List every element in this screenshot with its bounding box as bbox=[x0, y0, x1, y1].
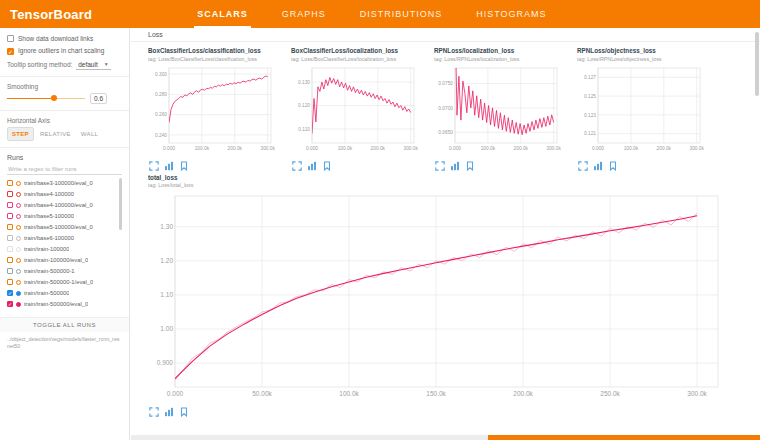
svg-text:0.123: 0.123 bbox=[584, 112, 596, 117]
run-checkbox-icon[interactable] bbox=[7, 180, 13, 186]
tab-histograms[interactable]: HISTOGRAMS bbox=[459, 0, 563, 28]
run-checkbox-icon[interactable] bbox=[7, 268, 13, 274]
ignore-outliers-checkbox[interactable]: Ignore outliers in chart scaling bbox=[7, 47, 122, 54]
axis-step-button[interactable]: STEP bbox=[7, 127, 34, 141]
line-chart[interactable]: 0.9001.001.101.201.300.00050.00k100.0k15… bbox=[148, 190, 760, 400]
run-checkbox-icon[interactable] bbox=[7, 235, 13, 241]
svg-text:0.127: 0.127 bbox=[584, 75, 596, 80]
line-chart[interactable]: 0.06500.07000.07500.000100.0k200.0k300.0… bbox=[434, 64, 571, 154]
run-row[interactable]: train/base3-100000/eval_0 bbox=[7, 178, 122, 189]
run-label: train/train-100000/eval_0 bbox=[24, 257, 88, 263]
horizontal-scrollbar[interactable] bbox=[131, 435, 760, 440]
run-label: train/base3-100000/eval_0 bbox=[24, 180, 93, 186]
svg-text:0.0650: 0.0650 bbox=[438, 130, 453, 135]
run-color-circle-icon bbox=[16, 181, 21, 186]
run-color-circle-icon bbox=[16, 192, 21, 197]
svg-text:0.300: 0.300 bbox=[155, 71, 167, 76]
tab-distributions[interactable]: DISTRIBUTIONS bbox=[343, 0, 460, 28]
chart-card-rpn-localization-loss: RPNLoss/localization_loss tag: Loss/RPNL… bbox=[434, 47, 571, 167]
chart-actions bbox=[577, 157, 714, 167]
chart-tag: tag: Loss/BoxClassifierLoss/classificati… bbox=[148, 56, 285, 62]
svg-text:0.130: 0.130 bbox=[298, 79, 310, 84]
chart-options-icon[interactable] bbox=[164, 157, 174, 167]
run-checkbox-icon[interactable] bbox=[7, 246, 13, 252]
smoothing-slider[interactable] bbox=[7, 94, 85, 102]
category-header-loss[interactable]: Loss bbox=[131, 28, 760, 42]
run-row[interactable]: train/train-500000-1 bbox=[7, 266, 122, 277]
expand-icon[interactable] bbox=[435, 157, 445, 167]
tooltip-sorting-select[interactable]: default ▼ bbox=[76, 60, 110, 70]
runs-filter-input[interactable] bbox=[7, 164, 122, 175]
pin-icon[interactable] bbox=[179, 157, 189, 167]
run-row[interactable]: train/base4-100000/eval_0 bbox=[7, 200, 122, 211]
smoothing-value-input[interactable]: 0.6 bbox=[90, 93, 107, 104]
runs-section-title: Runs bbox=[7, 154, 122, 161]
run-checkbox-icon[interactable] bbox=[7, 301, 13, 307]
chart-options-icon[interactable] bbox=[164, 403, 174, 413]
svg-text:0.0750: 0.0750 bbox=[438, 81, 453, 86]
pin-icon[interactable] bbox=[608, 157, 618, 167]
svg-text:0.125: 0.125 bbox=[584, 93, 596, 98]
svg-text:300.0k: 300.0k bbox=[547, 146, 562, 151]
svg-text:1.00: 1.00 bbox=[160, 325, 173, 332]
main-tabs: SCALARS GRAPHS DISTRIBUTIONS HISTOGRAMS bbox=[180, 0, 563, 28]
run-checkbox-icon[interactable] bbox=[7, 279, 13, 285]
run-label: train/base5-100000 bbox=[24, 213, 74, 219]
axis-relative-button[interactable]: RELATIVE bbox=[36, 127, 75, 141]
chart-tag: tag: Loss/RPNLoss/localization_loss bbox=[434, 56, 571, 62]
show-download-links-checkbox[interactable]: Show data download links bbox=[7, 35, 122, 42]
run-checkbox-icon[interactable] bbox=[7, 224, 13, 230]
run-row[interactable]: train/train-500000-1/eval_0 bbox=[7, 277, 122, 288]
expand-icon[interactable] bbox=[292, 157, 302, 167]
run-row[interactable]: train/train-500000 bbox=[7, 288, 122, 299]
chart-options-icon[interactable] bbox=[307, 157, 317, 167]
run-color-circle-icon bbox=[16, 236, 21, 241]
run-checkbox-icon[interactable] bbox=[7, 257, 13, 263]
run-row[interactable]: train/base4-100000 bbox=[7, 189, 122, 200]
runs-scrollbar[interactable] bbox=[119, 178, 122, 230]
run-row[interactable]: train/base5-100000 bbox=[7, 211, 122, 222]
toggle-all-runs-button[interactable]: TOGGLE ALL RUNS bbox=[0, 317, 129, 332]
app-logo[interactable]: TensorBoard bbox=[0, 7, 92, 22]
run-color-circle-icon bbox=[16, 258, 21, 263]
run-checkbox-icon[interactable] bbox=[7, 191, 13, 197]
tab-graphs[interactable]: GRAPHS bbox=[265, 0, 343, 28]
run-row[interactable]: train/base6-100000 bbox=[7, 233, 122, 244]
run-row[interactable]: train/train-500000/eval_0 bbox=[7, 299, 122, 310]
horizontal-scrollbar-thumb[interactable] bbox=[488, 435, 760, 440]
run-color-circle-icon bbox=[16, 269, 21, 274]
line-chart[interactable]: 0.2400.2600.2800.3000.000100.0k200.0k300… bbox=[148, 64, 285, 154]
svg-text:0.110: 0.110 bbox=[298, 126, 310, 131]
run-checkbox-icon[interactable] bbox=[7, 213, 13, 219]
expand-icon[interactable] bbox=[149, 403, 159, 413]
run-row[interactable]: train/train-100000 bbox=[7, 244, 122, 255]
axis-wall-button[interactable]: WALL bbox=[77, 127, 102, 141]
chart-options-icon[interactable] bbox=[593, 157, 603, 167]
run-label: train/base5-100000/eval_0 bbox=[24, 224, 93, 230]
vertical-scrollbar[interactable] bbox=[755, 32, 759, 96]
line-chart[interactable]: 0.1100.1200.1300.000100.0k200.0k300.0k bbox=[291, 64, 428, 154]
chart-options-icon[interactable] bbox=[450, 157, 460, 167]
run-label: train/base4-100000/eval_0 bbox=[24, 202, 93, 208]
checkbox-unchecked-icon bbox=[7, 35, 14, 42]
svg-text:300.0k: 300.0k bbox=[404, 146, 419, 151]
checkbox-label: Show data download links bbox=[18, 35, 93, 42]
tab-scalars[interactable]: SCALARS bbox=[180, 0, 265, 28]
pin-icon[interactable] bbox=[465, 157, 475, 167]
svg-text:0.000: 0.000 bbox=[167, 390, 184, 397]
run-row[interactable]: train/train-100000/eval_0 bbox=[7, 255, 122, 266]
svg-text:0.240: 0.240 bbox=[155, 132, 167, 137]
expand-icon[interactable] bbox=[149, 157, 159, 167]
svg-text:0.0700: 0.0700 bbox=[438, 105, 453, 110]
pin-icon[interactable] bbox=[179, 403, 189, 413]
run-row[interactable]: train/base5-100000/eval_0 bbox=[7, 222, 122, 233]
smoothing-label: Smoothing bbox=[7, 83, 122, 90]
run-checkbox-icon[interactable] bbox=[7, 290, 13, 296]
slider-thumb[interactable] bbox=[51, 95, 57, 101]
run-checkbox-icon[interactable] bbox=[7, 202, 13, 208]
expand-icon[interactable] bbox=[578, 157, 588, 167]
line-chart[interactable]: 0.1210.1230.1250.1270.000100.0k200.0k300… bbox=[577, 64, 714, 154]
checkbox-label: Ignore outliers in chart scaling bbox=[18, 47, 104, 54]
pin-icon[interactable] bbox=[322, 157, 332, 167]
svg-text:200.0k: 200.0k bbox=[514, 146, 529, 151]
